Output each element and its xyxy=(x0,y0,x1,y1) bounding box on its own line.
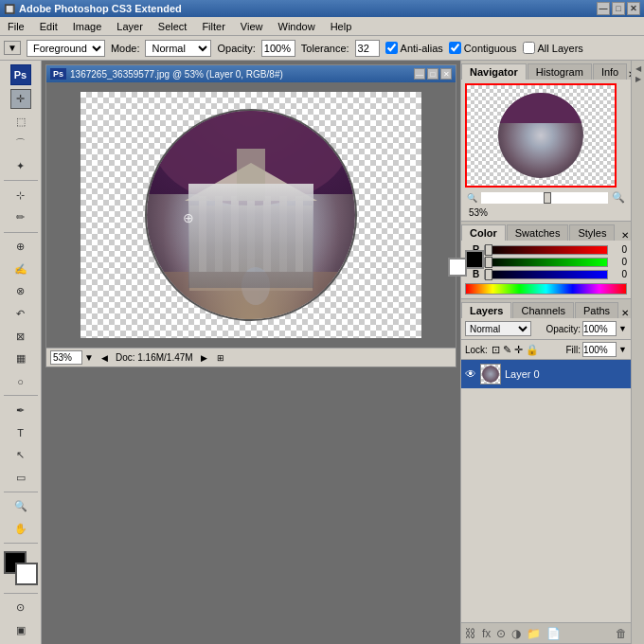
foreground-dropdown[interactable]: Foreground xyxy=(27,40,105,57)
canvas-content[interactable]: ⊕ xyxy=(46,82,456,348)
clone-stamp-tool[interactable]: ⊗ xyxy=(10,281,31,302)
shape-tool[interactable]: ▭ xyxy=(10,467,31,488)
lock-all-icon[interactable]: 🔒 xyxy=(526,344,539,356)
doc-maximize-button[interactable]: □ xyxy=(427,68,438,80)
right-panel-wrapper: Navigator Histogram Info ✕ 🔍 🔍 xyxy=(460,61,644,644)
fill-arrow[interactable]: ▼ xyxy=(618,345,627,354)
all-layers-checkbox[interactable] xyxy=(523,42,535,54)
blue-value: 0 xyxy=(610,269,627,279)
close-button[interactable]: ✕ xyxy=(627,2,640,15)
menu-file[interactable]: File xyxy=(4,20,28,33)
contiguous-checkbox[interactable] xyxy=(449,42,461,54)
menu-image[interactable]: Image xyxy=(69,20,106,33)
tab-swatches[interactable]: Swatches xyxy=(507,224,569,241)
tab-histogram[interactable]: Histogram xyxy=(528,63,592,80)
eraser-tool[interactable]: ⊠ xyxy=(10,326,31,347)
marquee-icon: ⬚ xyxy=(16,116,26,128)
eyedropper-tool[interactable]: ✏ xyxy=(10,207,31,228)
marquee-tool[interactable]: ⬚ xyxy=(10,111,31,132)
green-slider[interactable] xyxy=(484,258,608,267)
tool-preset-picker[interactable]: ▼ xyxy=(4,41,21,55)
zoom-out-icon[interactable]: 🔍 xyxy=(467,193,477,203)
zoom-slider[interactable] xyxy=(481,192,608,204)
history-brush-tool[interactable]: ↶ xyxy=(10,304,31,325)
quick-mask-tool[interactable]: ⊙ xyxy=(10,598,31,618)
add-style-button[interactable]: fx xyxy=(482,627,491,640)
minimize-button[interactable]: — xyxy=(597,2,610,15)
blue-slider[interactable] xyxy=(484,270,608,279)
delete-layer-button[interactable]: 🗑 xyxy=(616,627,627,640)
gradient-tool[interactable]: ▦ xyxy=(10,349,31,369)
menu-window[interactable]: Window xyxy=(275,20,319,33)
layer-thumb-inner xyxy=(481,365,500,384)
doc-minimize-button[interactable]: — xyxy=(414,68,425,80)
lock-position-icon[interactable]: ✛ xyxy=(514,344,523,356)
mode-select[interactable]: Normal xyxy=(145,40,211,57)
maximize-button[interactable]: □ xyxy=(612,2,625,15)
svg-rect-8 xyxy=(295,196,303,272)
pen-tool[interactable]: ✒ xyxy=(10,400,31,420)
color-close[interactable]: ✕ xyxy=(621,230,629,241)
healing-brush-tool[interactable]: ⊕ xyxy=(10,237,31,258)
menu-layer[interactable]: Layer xyxy=(113,20,147,33)
magic-wand-tool[interactable]: ✦ xyxy=(10,156,31,177)
layers-close[interactable]: ✕ xyxy=(621,308,629,318)
move-tool[interactable]: ✛ xyxy=(10,89,31,110)
new-layer-button[interactable]: 📄 xyxy=(546,627,561,640)
tab-color[interactable]: Color xyxy=(461,224,506,241)
tab-info[interactable]: Info xyxy=(593,63,627,80)
lock-transparent-icon[interactable]: ⊡ xyxy=(492,344,500,356)
dodge-tool[interactable]: ○ xyxy=(10,371,31,392)
fill-row: Fill: ▼ xyxy=(566,342,627,357)
menu-filter[interactable]: Filter xyxy=(198,20,228,33)
opacity-input[interactable] xyxy=(261,40,295,57)
blend-mode-select[interactable]: Normal xyxy=(465,321,531,336)
layer-visibility-icon[interactable]: 👁 xyxy=(465,367,476,381)
color-ramp[interactable] xyxy=(465,283,627,295)
menu-edit[interactable]: Edit xyxy=(36,20,62,33)
background-color[interactable] xyxy=(15,563,38,585)
lasso-tool[interactable]: ⌒ xyxy=(10,134,31,154)
lock-row: Lock: ⊡ ✎ ✛ 🔒 Fill: ▼ xyxy=(461,340,631,360)
opacity-arrow[interactable]: ▼ xyxy=(618,324,627,333)
fisheye-image xyxy=(147,111,355,319)
anti-alias-checkbox[interactable] xyxy=(385,42,398,54)
new-adjustment-button[interactable]: ◑ xyxy=(511,627,521,640)
expand-icon[interactable]: ▶ xyxy=(635,75,641,83)
link-layers-button[interactable]: ⛓ xyxy=(465,627,476,640)
menu-select[interactable]: Select xyxy=(154,20,191,33)
add-mask-button[interactable]: ⊙ xyxy=(496,627,506,640)
layer-row[interactable]: 👁 Layer 0 xyxy=(461,360,631,388)
tab-channels[interactable]: Channels xyxy=(512,302,573,318)
layers-opacity-input[interactable] xyxy=(582,321,617,336)
tolerance-input[interactable] xyxy=(355,40,380,57)
checkered-background: ⊕ xyxy=(80,92,421,338)
zoom-tool[interactable]: 🔍 xyxy=(10,496,31,517)
zoom-icon-btn[interactable]: ▼ xyxy=(84,352,94,363)
fill-input[interactable] xyxy=(582,342,617,357)
menu-help[interactable]: Help xyxy=(327,20,356,33)
zoom-in-icon[interactable]: 🔍 xyxy=(612,191,625,204)
color-foreground-swatch[interactable] xyxy=(465,250,484,269)
tab-styles[interactable]: Styles xyxy=(569,224,615,241)
tab-navigator[interactable]: Navigator xyxy=(461,63,527,80)
menu-view[interactable]: View xyxy=(237,20,267,33)
red-slider[interactable] xyxy=(484,245,608,255)
brush-tool[interactable]: ✍ xyxy=(10,259,31,279)
hand-tool[interactable]: ✋ xyxy=(10,519,31,540)
tab-paths[interactable]: Paths xyxy=(575,302,618,318)
lock-image-icon[interactable]: ✎ xyxy=(503,344,511,356)
color-background-swatch[interactable] xyxy=(448,258,467,277)
svg-rect-5 xyxy=(247,196,255,272)
magic-wand-icon: ✦ xyxy=(16,160,25,172)
zoom-input[interactable] xyxy=(50,350,82,365)
doc-close-button[interactable]: ✕ xyxy=(440,68,452,80)
screen-mode-tool[interactable]: ▣ xyxy=(10,619,31,640)
collapse-up-icon[interactable]: ◀ xyxy=(635,64,641,73)
building-svg xyxy=(147,111,355,319)
tab-layers[interactable]: Layers xyxy=(461,302,511,318)
type-tool[interactable]: T xyxy=(10,422,31,443)
path-selection-tool[interactable]: ↖ xyxy=(10,445,31,466)
new-group-button[interactable]: 📁 xyxy=(527,627,541,640)
crop-tool[interactable]: ⊹ xyxy=(10,185,31,206)
